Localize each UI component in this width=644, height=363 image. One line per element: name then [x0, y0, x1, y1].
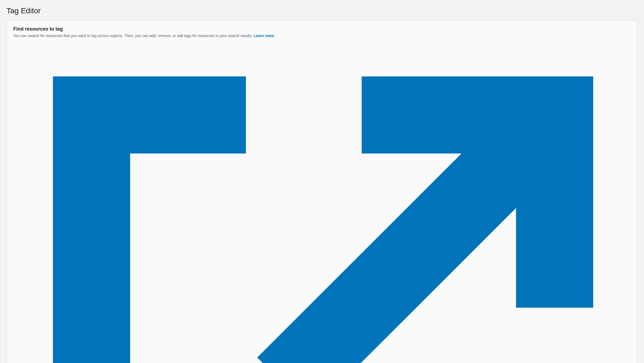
find-resources-panel: Find resources to tag You can search for… — [6, 21, 638, 363]
learn-more-link[interactable]: Learn more — [13, 34, 632, 363]
panel-description: You can search for resources that you wa… — [13, 34, 631, 363]
panel-description-text: You can search for resources that you wa… — [13, 34, 254, 38]
learn-more-text: Learn more — [254, 34, 274, 38]
panel-header: Find resources to tag You can search for… — [7, 21, 637, 363]
page-title: Tag Editor — [6, 6, 638, 15]
panel-heading: Find resources to tag — [13, 26, 631, 32]
